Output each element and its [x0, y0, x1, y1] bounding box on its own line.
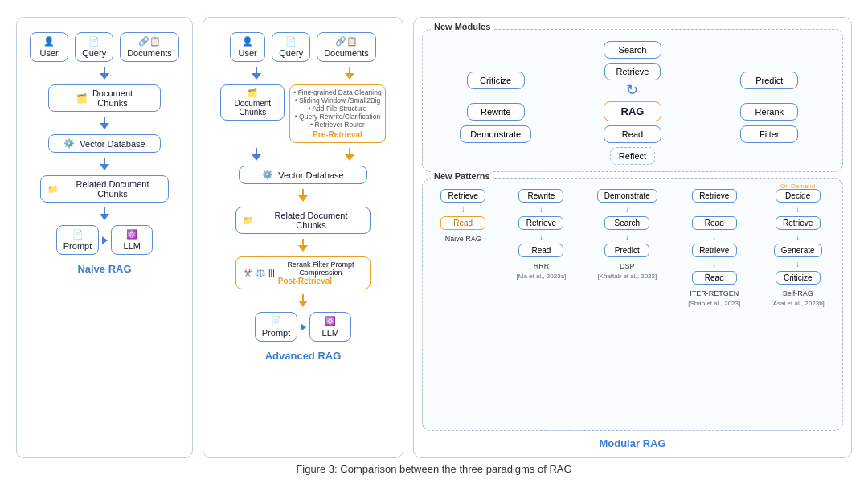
p-naive-label: Naive RAG — [445, 235, 481, 243]
pattern-iter-retgen: Retrieve ↓ Read ↓ Retrieve ↓ Read ITER-R… — [688, 189, 740, 307]
diagrams-row: 👤 User 📄 Query 🔗📋 Documents — [16, 17, 852, 458]
p-iter-read1: Read — [692, 216, 737, 230]
advanced-rag-panel: 👤 User 📄 Query 🔗📋 Documents — [203, 17, 403, 458]
top-icons-row: 👤 User 📄 Query 🔗📋 Documents — [30, 32, 179, 62]
modules-grid: Search Criticize Retrieve ↻ Predict Rewr… — [429, 41, 836, 165]
figure-caption: Figure 3: Comparison between the three p… — [296, 463, 571, 475]
advanced-rag-title: Advanced RAG — [265, 350, 342, 362]
new-patterns-label: New Patterns — [431, 171, 493, 181]
adv-user-icon: 👤 — [242, 36, 253, 47]
adv-query-icon: 📄 — [285, 36, 297, 47]
adv-doc-chunks-icon: 🗂️ — [248, 88, 257, 97]
adv-related-chunks-icon: 📁 — [243, 215, 254, 226]
adv-docs-icon: 🔗📋 — [335, 36, 358, 47]
p-selfrag-generate: Generate — [774, 244, 822, 257]
vector-db-box: ⚙️ Vector Database — [48, 134, 161, 153]
llm-icon: ⚛️ — [126, 229, 137, 240]
p-iter-arr3: ↓ — [712, 260, 716, 269]
p-rrr-arr1: ↓ — [539, 205, 543, 214]
naive-col: 👤 User 📄 Query 🔗📋 Documents — [25, 29, 184, 275]
rerank-box: Rerank — [740, 103, 798, 121]
prompt-llm-row: 📄 Prompt ⚛️ LLM — [56, 225, 153, 255]
p-iter-read2: Read — [692, 271, 737, 285]
p-iter-arr2: ↓ — [712, 232, 716, 241]
adv-user-box: 👤 User — [230, 32, 265, 62]
adv-docs-box: 🔗📋 Documents — [317, 32, 376, 62]
p-iter-retrieve1: Retrieve — [692, 189, 737, 203]
p-dsp-predict: Predict — [604, 244, 649, 257]
p-naive-read: Read — [440, 216, 485, 230]
adv-llm-box: ⚛️ LLM — [309, 312, 351, 342]
pre-retrieval-box: • Fine-grained Data Cleaning• Sliding Wi… — [289, 84, 385, 143]
patterns-row: Retrieve ↓ Read Naive RAG Rewrite ↓ Retr… — [428, 189, 837, 307]
predict-box: Predict — [740, 72, 798, 89]
p-iter-retrieve2: Retrieve — [692, 244, 737, 257]
arrow-orange-2 — [298, 239, 308, 252]
adv-top-row: 👤 User 📄 Query 🔗📋 Documents — [230, 32, 376, 62]
reflect-box: Reflect — [610, 147, 655, 165]
query-icon: 📄 — [88, 36, 100, 47]
p-dsp-demonstrate: Demonstrate — [597, 189, 657, 203]
pattern-self-rag: Decide On Demand ↓ Retrieve ↓ Generate ↓… — [772, 189, 825, 307]
related-chunks-icon: 📁 — [47, 184, 59, 195]
adv-vector-db-box: ⚙️ Vector Database — [239, 166, 367, 184]
doc-chunks-label: DocumentChunks — [92, 88, 133, 108]
p-dsp-arr2: ↓ — [625, 232, 629, 241]
pattern-dsp: Demonstrate ↓ Search ↓ Predict DSP [Khat… — [597, 189, 657, 280]
user-box: 👤 User — [30, 32, 68, 62]
p-selfrag-ondemand: On Demand — [780, 182, 815, 190]
mid-right — [345, 148, 354, 161]
p-selfrag-arr1: ↓ — [796, 205, 800, 214]
modular-rag-title: Modular RAG — [422, 437, 843, 449]
p-naive-arr1: ↓ — [461, 205, 465, 214]
user-icon: 👤 — [43, 36, 55, 47]
prompt-llm-arrow — [102, 236, 108, 244]
modular-rag-panel: New Modules Search Criticize Retrieve ↻ — [413, 17, 852, 458]
mid-left — [252, 148, 261, 161]
p-selfrag-cite: [Asai et al., 2023b] — [772, 300, 825, 307]
adv-vector-db-icon: ⚙️ — [262, 170, 273, 180]
adv-query-box: 📄 Query — [272, 32, 310, 62]
mid-arrows — [211, 148, 395, 161]
p-dsp-arr1: ↓ — [625, 205, 629, 214]
p-naive-retrieve: Retrieve — [440, 189, 485, 203]
related-chunks-box: 📁 Related Document Chunks — [40, 175, 169, 203]
documents-label: Documents — [127, 48, 172, 58]
criticize-box: Criticize — [467, 72, 525, 89]
p-selfrag-label: Self-RAG — [783, 289, 813, 297]
advanced-col: 👤 User 📄 Query 🔗📋 Documents — [211, 29, 395, 362]
llm-label: LLM — [124, 241, 141, 251]
split-left — [252, 67, 261, 80]
new-patterns-section: New Patterns Retrieve ↓ Read Naive RAG R… — [422, 178, 843, 431]
new-modules-label: New Modules — [431, 22, 493, 31]
query-label: Query — [82, 48, 106, 58]
doc-chunks-icon: 🗂️ — [76, 93, 88, 104]
prompt-box: 📄 Prompt — [56, 225, 99, 255]
adv-prompt-llm-row: 📄 Prompt ⚛️ LLM — [255, 312, 351, 342]
adv-prompt-icon: 📄 — [271, 316, 282, 326]
read-box: Read — [604, 125, 661, 143]
arrow-orange-3 — [298, 294, 308, 307]
p-iter-label: ITER-RETGEN — [690, 289, 739, 297]
modular-wrapper: New Modules Search Criticize Retrieve ↻ — [422, 29, 843, 449]
new-modules-section: New Modules Search Criticize Retrieve ↻ — [422, 29, 843, 172]
arrow1 — [100, 67, 109, 80]
documents-icon: 🔗📋 — [138, 36, 161, 47]
vector-db-icon: ⚙️ — [63, 138, 75, 149]
vector-db-label: Vector Database — [80, 139, 145, 149]
p-dsp-label: DSP — [620, 262, 635, 270]
naive-rag-panel: 👤 User 📄 Query 🔗📋 Documents — [16, 17, 193, 458]
p-selfrag-criticize: Criticize — [776, 271, 821, 285]
doc-chunks-box: 🗂️ DocumentChunks — [48, 84, 161, 112]
split-right — [345, 67, 354, 80]
p-rrr-rewrite: Rewrite — [518, 189, 563, 203]
pattern-naive-rag: Retrieve ↓ Read Naive RAG — [440, 189, 485, 243]
p-selfrag-decide: Decide — [776, 189, 821, 203]
p-rrr-read: Read — [518, 244, 563, 257]
retrieve-box: Retrieve — [604, 63, 661, 80]
p-rrr-cite: [Ma et al., 2023a] — [517, 273, 567, 280]
adv-related-chunks-box: 📁 Related Document Chunks — [235, 207, 371, 234]
llm-box: ⚛️ LLM — [111, 225, 153, 255]
p-selfrag-arr3: ↓ — [796, 260, 800, 269]
prompt-icon: 📄 — [72, 229, 84, 240]
